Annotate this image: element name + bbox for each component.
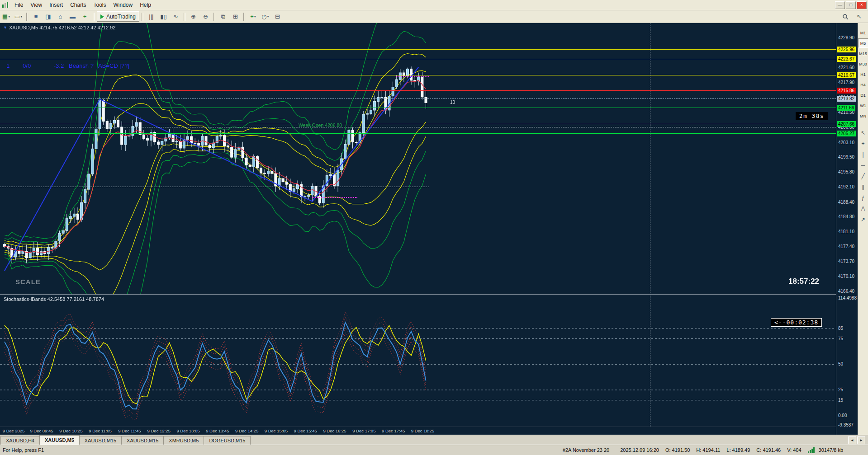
time-label: 9 Dec 17:05 xyxy=(352,428,375,433)
distance-label: 10 xyxy=(450,100,455,105)
channel-button[interactable]: ∥ xyxy=(858,182,868,192)
menu-charts[interactable]: Charts xyxy=(66,1,90,9)
bar-volume-label: V: 404 xyxy=(787,447,801,453)
timeframe-h4[interactable]: H4 xyxy=(858,80,868,89)
indicator-plot[interactable] xyxy=(0,295,836,427)
periods-icon: ◷ xyxy=(261,14,266,19)
minimize-button[interactable]: — xyxy=(835,1,845,9)
horizontal-line[interactable] xyxy=(0,124,836,124)
menu-view[interactable]: View xyxy=(27,1,46,9)
horizontal-line[interactable] xyxy=(0,49,836,50)
price-scale[interactable]: 4228.904221.604217.904214.204210.504206.… xyxy=(836,23,858,435)
data-window-button[interactable]: ◨ xyxy=(43,11,54,22)
timeframe-mn[interactable]: MN xyxy=(858,111,868,121)
horizontal-line[interactable] xyxy=(0,187,429,187)
horizontal-line[interactable] xyxy=(0,127,836,127)
tab-dogeusd-m15[interactable]: DOGEUSD,M15 xyxy=(204,436,251,445)
templates-button[interactable]: ⊟ xyxy=(272,11,283,22)
tab-xauusd-m15[interactable]: XAUUSD,M15 xyxy=(121,436,164,445)
time-label: 9 Dec 12:25 xyxy=(147,428,171,433)
timeframe-h1[interactable]: H1 xyxy=(858,70,868,79)
bar-chart-button[interactable]: ||| xyxy=(146,11,157,22)
vertical-separator-line[interactable] xyxy=(650,23,650,427)
price-scale-label: 4225.96 xyxy=(837,47,856,52)
cursor-button[interactable]: ↖ xyxy=(858,128,868,138)
tab-xauusd-m15[interactable]: XAUUSD,M15 xyxy=(79,436,122,445)
indicator-tick: 50 xyxy=(838,361,843,366)
cursor-mode-button[interactable]: ↖ xyxy=(854,11,865,22)
candlestick-chart-button[interactable]: ▮▯ xyxy=(158,11,169,22)
autotrading-button[interactable]: AutoTrading xyxy=(97,11,139,22)
horizontal-line[interactable] xyxy=(312,197,357,198)
menu-window[interactable]: Window xyxy=(110,1,137,9)
crosshair-button[interactable]: + xyxy=(858,139,868,149)
timeframe-m15[interactable]: M15 xyxy=(858,49,868,58)
stochastic-canvas[interactable] xyxy=(0,295,836,427)
time-axis[interactable]: 9 Dec 20259 Dec 09:459 Dec 10:259 Dec 11… xyxy=(0,427,836,435)
menu-insert[interactable]: Insert xyxy=(46,1,66,9)
cascade-windows-button[interactable]: ⧉ xyxy=(218,11,229,22)
tab-xmrusd-m5[interactable]: XMRUSD,M5 xyxy=(163,436,204,445)
timeframe-d1[interactable]: D1 xyxy=(858,90,868,100)
zoom-out-button[interactable]: ⊖ xyxy=(200,11,211,22)
horizontal-line[interactable] xyxy=(0,59,836,59)
time-label: 9 Dec 09:45 xyxy=(30,428,53,433)
fibonacci-button[interactable]: ƒ xyxy=(858,193,868,203)
price-tick: 4181.10 xyxy=(838,229,854,234)
horizontal-line[interactable] xyxy=(0,75,836,75)
trendline-button[interactable]: ╱ xyxy=(858,171,868,181)
horizontal-line[interactable] xyxy=(0,99,836,99)
horizontal-line[interactable] xyxy=(0,90,836,91)
price-tick: 4195.80 xyxy=(838,169,854,174)
arrow-object-button[interactable]: ↗ xyxy=(858,215,868,225)
vertical-line-button[interactable]: | xyxy=(858,150,868,159)
dropdown-caret-icon: ▾ xyxy=(267,14,269,19)
restore-button[interactable]: □ xyxy=(846,1,856,9)
terminal-button[interactable]: ▬ xyxy=(67,11,78,22)
timeframe-m5[interactable]: M5 xyxy=(858,38,868,48)
search-button[interactable] xyxy=(840,11,851,22)
chart-tabs: XAUUSD,H4XAUUSD,M5XAUUSD,M15XAUUSD,M15XM… xyxy=(0,435,251,445)
menu-file[interactable]: File xyxy=(11,1,27,9)
candlestick-chart-icon: ▮▯ xyxy=(160,14,166,19)
tabs-scroll-left[interactable]: ◄ xyxy=(848,436,856,444)
tab-xauusd-h4[interactable]: XAUUSD,H4 xyxy=(0,436,40,445)
timeframe-w1[interactable]: W1 xyxy=(858,101,868,110)
navigator-button[interactable]: ⌂ xyxy=(55,11,66,22)
new-order-button[interactable]: + xyxy=(79,11,90,22)
bar-high-label: H: 4194.11 xyxy=(696,447,720,453)
data-size-label: 30147/8 kb xyxy=(819,447,843,453)
price-tick: 4184.80 xyxy=(838,214,854,219)
new-chart-button[interactable]: ▦▾ xyxy=(0,11,12,22)
market-watch-button[interactable]: ≡ xyxy=(30,11,42,22)
text-label-button[interactable]: A xyxy=(858,204,868,214)
profiles-button[interactable]: ▭▾ xyxy=(13,11,24,22)
time-label: 9 Dec 11:45 xyxy=(118,428,141,433)
tile-windows-button[interactable]: ⊞ xyxy=(230,11,241,22)
toolbar-separator xyxy=(184,13,185,21)
periods-button[interactable]: ◷▾ xyxy=(260,11,271,22)
horizontal-line[interactable] xyxy=(0,108,836,108)
ea-name-label: #2A November 23 20 xyxy=(563,447,609,453)
horizontal-line[interactable] xyxy=(0,133,836,134)
chart-tabs-bar: XAUUSD,H4XAUUSD,M5XAUUSD,M15XAUUSD,M15XM… xyxy=(0,435,868,445)
line-chart-button[interactable]: ∿ xyxy=(170,11,181,22)
scale-watermark: SCALE xyxy=(15,278,41,286)
horizontal-line-button[interactable]: ─ xyxy=(858,160,868,170)
close-button[interactable]: × xyxy=(857,1,867,9)
menu-help[interactable]: Help xyxy=(136,1,155,9)
autotrading-play-icon xyxy=(100,14,104,19)
price-tick: 4188.40 xyxy=(838,200,854,205)
price-scale-label: 4207.66 xyxy=(837,121,856,127)
zoom-in-button[interactable]: ⊕ xyxy=(188,11,199,22)
timeframe-m1[interactable]: M1 xyxy=(858,28,868,38)
zoom-in-icon: ⊕ xyxy=(191,14,196,19)
toolbar-separator xyxy=(93,13,95,21)
menu-tools[interactable]: Tools xyxy=(90,1,110,9)
tabs-scroll-right[interactable]: ► xyxy=(857,436,865,444)
timeframe-m30[interactable]: M30 xyxy=(858,59,868,69)
horizontal-line[interactable] xyxy=(396,76,429,77)
price-tick: 4228.90 xyxy=(838,35,854,40)
tab-xauusd-m5[interactable]: XAUUSD,M5 xyxy=(39,435,80,445)
indicators-button[interactable]: +▾ xyxy=(247,11,259,22)
